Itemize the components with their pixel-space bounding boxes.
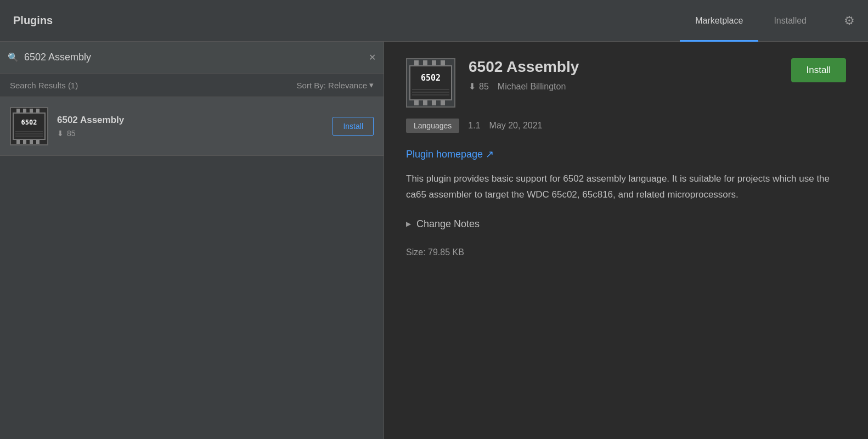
plugin-homepage-link[interactable]: Plugin homepage ↗ [406, 148, 846, 160]
tag-languages: Languages [406, 119, 459, 133]
svg-rect-20 [441, 100, 445, 105]
svg-rect-0 [16, 109, 20, 113]
chip-svg: 6502 [11, 108, 47, 144]
plugin-item-name: 6502 Assembly [57, 115, 332, 126]
tab-installed[interactable]: Installed [758, 0, 822, 42]
svg-rect-6 [30, 139, 33, 144]
svg-rect-2 [30, 109, 33, 113]
svg-rect-16 [441, 60, 445, 66]
main-content: 🔍 ✕ Search Results (1) Sort By: Relevanc… [0, 42, 868, 439]
settings-icon[interactable]: ⚙ [844, 14, 855, 28]
search-icon: 🔍 [8, 52, 19, 63]
install-button-main[interactable]: Install [791, 58, 846, 82]
svg-rect-19 [432, 100, 436, 105]
plugin-item-info: 6502 Assembly ⬇ 85 [57, 115, 332, 138]
right-panel: 6502 6502 Assembly ⬇ 85 Michael Billingt… [384, 42, 868, 439]
detail-chip-icon: 6502 [406, 58, 455, 108]
svg-rect-17 [414, 100, 419, 105]
svg-rect-7 [36, 139, 40, 144]
results-count: Search Results (1) [10, 81, 78, 90]
svg-rect-14 [423, 60, 427, 66]
svg-rect-5 [23, 139, 26, 144]
search-clear-icon[interactable]: ✕ [369, 52, 376, 63]
tab-marketplace[interactable]: Marketplace [680, 0, 758, 42]
svg-text:6502: 6502 [421, 73, 441, 83]
sort-by-dropdown[interactable]: Sort By: Relevance ▾ [297, 80, 374, 90]
search-bar: 🔍 ✕ [0, 42, 384, 74]
chevron-down-icon: ▾ [369, 80, 374, 90]
tag-version: 1.1 [468, 121, 480, 131]
svg-rect-18 [423, 100, 427, 105]
plugin-list: 6502 6502 Assembly ⬇ 85 Install [0, 97, 384, 439]
detail-meta: ⬇ 85 Michael Billington [469, 81, 791, 92]
plugin-size: Size: 79.85 KB [406, 247, 846, 257]
install-button-list[interactable]: Install [332, 117, 374, 136]
detail-tags: Languages 1.1 May 20, 2021 [406, 119, 846, 133]
results-header: Search Results (1) Sort By: Relevance ▾ [0, 74, 384, 97]
svg-rect-8 [13, 113, 45, 139]
plugin-description: This plugin provides basic support for 6… [406, 171, 846, 203]
svg-rect-3 [36, 109, 40, 113]
tag-date: May 20, 2021 [489, 121, 543, 131]
detail-plugin-name: 6502 Assembly [469, 58, 791, 76]
header-tabs: Marketplace Installed [680, 0, 822, 42]
change-notes-toggle[interactable]: ▶ Change Notes [406, 218, 846, 230]
plugin-item-downloads: ⬇ 85 [57, 129, 332, 138]
plugin-list-item[interactable]: 6502 6502 Assembly ⬇ 85 Install [0, 97, 384, 156]
detail-downloads: ⬇ 85 [469, 81, 489, 92]
svg-rect-15 [432, 60, 436, 66]
download-icon: ⬇ [57, 129, 64, 138]
download-icon-detail: ⬇ [469, 81, 476, 92]
svg-rect-1 [23, 109, 26, 113]
plugin-chip-icon: 6502 [10, 107, 48, 145]
svg-rect-4 [16, 139, 20, 144]
detail-info: 6502 Assembly ⬇ 85 Michael Billington [469, 58, 791, 92]
left-panel: 🔍 ✕ Search Results (1) Sort By: Relevanc… [0, 42, 384, 439]
search-input[interactable] [24, 52, 369, 63]
plugins-title: Plugins [13, 14, 53, 27]
detail-author: Michael Billington [498, 82, 566, 92]
plugin-detail-header: 6502 6502 Assembly ⬇ 85 Michael Billingt… [406, 58, 846, 108]
header: Plugins Marketplace Installed ⚙ [0, 0, 868, 42]
svg-text:6502: 6502 [21, 119, 37, 126]
triangle-icon: ▶ [406, 220, 411, 228]
detail-chip-svg: 6502 [408, 60, 454, 106]
svg-rect-13 [414, 60, 419, 66]
